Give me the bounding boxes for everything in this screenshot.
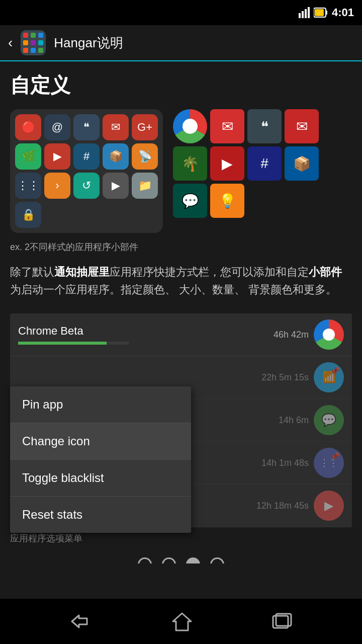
page-title: Hangar说明 bbox=[54, 34, 123, 52]
app-icon: 📁 bbox=[132, 173, 158, 199]
app-icon-lg: 🌴 bbox=[173, 146, 207, 181]
page-dot-1[interactable] bbox=[138, 557, 152, 564]
home-nav-button[interactable] bbox=[171, 611, 193, 631]
app-time: 46h 42m bbox=[274, 330, 309, 340]
svg-rect-17 bbox=[38, 48, 43, 53]
app-icon-lg: 💡 bbox=[210, 184, 244, 218]
table-row: Chrome Beta 46h 42m bbox=[10, 313, 352, 356]
pin-badge: 📌 bbox=[330, 366, 340, 376]
app-name: Chrome Beta bbox=[18, 325, 274, 338]
app-icon-lg: ✉ bbox=[285, 109, 319, 143]
bottom-nav bbox=[0, 599, 362, 644]
page-dot-4[interactable] bbox=[210, 557, 224, 564]
signal-icon bbox=[299, 7, 311, 18]
page-dots bbox=[10, 549, 352, 564]
app-icon: 🔴 bbox=[15, 114, 41, 140]
svg-rect-1 bbox=[302, 11, 304, 18]
app-icon: 📦 bbox=[103, 143, 129, 170]
page-dot-2[interactable] bbox=[162, 557, 176, 564]
app-icon-lg: ✉ bbox=[210, 109, 244, 143]
app-icon: 🌿 bbox=[15, 143, 41, 170]
widget-dark: 🔴 @ ❝ ✉ G+ 🌿 ▶ # 📦 📡 ⋮⋮ › ↺ ▶ 📁 🔒 bbox=[10, 109, 163, 233]
app-icon-lg: ▶ bbox=[210, 146, 244, 181]
back-nav-button[interactable] bbox=[69, 612, 93, 630]
svg-rect-3 bbox=[308, 7, 310, 18]
app-icon: # bbox=[73, 143, 100, 170]
status-time: 4:01 bbox=[332, 6, 354, 19]
svg-rect-9 bbox=[23, 33, 28, 38]
app-icon-round: 📶 📌 bbox=[314, 362, 344, 392]
page-dot-3[interactable] bbox=[186, 557, 200, 564]
svg-rect-5 bbox=[326, 11, 327, 15]
app-icon-lg bbox=[173, 109, 207, 143]
svg-rect-13 bbox=[31, 40, 36, 45]
widgets-area: 🔴 @ ❝ ✉ G+ 🌿 ▶ # 📦 📡 ⋮⋮ › ↺ ▶ 📁 🔒 bbox=[10, 109, 352, 233]
toggle-blacklist-option[interactable]: Toggle blacklist bbox=[10, 460, 191, 497]
main-content: 自定义 🔴 @ ❝ ✉ G+ 🌿 ▶ # 📦 📡 ⋮⋮ › ↺ ▶ 📁 🔒 bbox=[0, 61, 362, 564]
svg-rect-10 bbox=[31, 33, 36, 38]
status-bar: ⚡ 4:01 bbox=[0, 0, 362, 25]
app-list-label: 应用程序选项菜单 bbox=[10, 532, 352, 544]
reset-stats-option[interactable]: Reset stats bbox=[10, 497, 191, 533]
app-icon: ❝ bbox=[73, 114, 100, 140]
svg-rect-14 bbox=[38, 40, 43, 45]
app-time: 14h 1m 48s bbox=[261, 458, 309, 468]
app-icon-lg: # bbox=[247, 146, 282, 181]
app-icon-round bbox=[314, 319, 344, 350]
app-list-card: Chrome Beta 46h 42m 22h 5m 15s 📶 📌 bbox=[10, 313, 352, 527]
app-time: 22h 5m 15s bbox=[261, 372, 309, 383]
svg-text:⚡: ⚡ bbox=[316, 10, 323, 17]
pin-app-option[interactable]: Pin app bbox=[10, 386, 191, 423]
context-menu: Pin app Change icon Toggle blacklist Res… bbox=[10, 386, 191, 533]
app-logo bbox=[21, 30, 46, 55]
status-icons: ⚡ bbox=[299, 7, 328, 18]
app-icon: ↺ bbox=[73, 173, 100, 199]
app-icon-round: 💬 bbox=[314, 405, 344, 435]
svg-rect-15 bbox=[23, 48, 28, 53]
widget-colored: ✉ ❝ ✉ 🌴 ▶ # 📦 💬 💡 bbox=[173, 109, 319, 218]
app-icon: @ bbox=[44, 114, 70, 140]
section-title: 自定义 bbox=[10, 71, 352, 99]
app-icon-lg: 💬 bbox=[173, 184, 207, 218]
recents-nav-button[interactable] bbox=[271, 612, 293, 631]
svg-rect-2 bbox=[305, 9, 307, 18]
app-icon-round: ⋮⋮ 📌 bbox=[314, 448, 344, 478]
app-icon: ✉ bbox=[103, 114, 129, 140]
change-icon-option[interactable]: Change icon bbox=[10, 423, 191, 460]
app-icon: ⋮⋮ bbox=[15, 173, 41, 199]
context-menu-container: 22h 5m 15s 📶 📌 14h 6m 💬 14h 1m 48s ⋮ bbox=[10, 356, 352, 527]
progress-bar bbox=[18, 342, 107, 345]
app-icon-lg: 📦 bbox=[285, 146, 319, 181]
description-text: 除了默认通知抽屉里应用程序快捷方式栏，您可以添加和自定小部件为启动一个应用程序。… bbox=[10, 263, 352, 298]
battery-icon: ⚡ bbox=[314, 7, 328, 18]
app-icon-lg: ❝ bbox=[247, 109, 282, 143]
svg-rect-12 bbox=[23, 40, 28, 45]
app-icon-round: ▶ bbox=[314, 491, 344, 521]
svg-rect-11 bbox=[38, 33, 43, 38]
app-icon: ▶ bbox=[44, 143, 70, 170]
app-icon: ▶ bbox=[103, 173, 129, 199]
svg-rect-16 bbox=[31, 48, 36, 53]
svg-rect-0 bbox=[299, 13, 301, 18]
pin-badge: 📌 bbox=[330, 452, 340, 461]
app-icon: 🔒 bbox=[15, 202, 41, 228]
back-button[interactable]: ‹ bbox=[8, 35, 13, 51]
app-icon: › bbox=[44, 173, 70, 199]
app-time: 12h 18m 45s bbox=[256, 501, 309, 511]
app-time: 14h 6m bbox=[279, 415, 309, 426]
app-icon: G+ bbox=[132, 114, 158, 140]
app-icon: 📡 bbox=[132, 143, 158, 170]
top-bar: ‹ Hangar说明 bbox=[0, 25, 362, 61]
widget-caption: ex. 2不同样式的应用程序小部件 bbox=[10, 241, 352, 253]
